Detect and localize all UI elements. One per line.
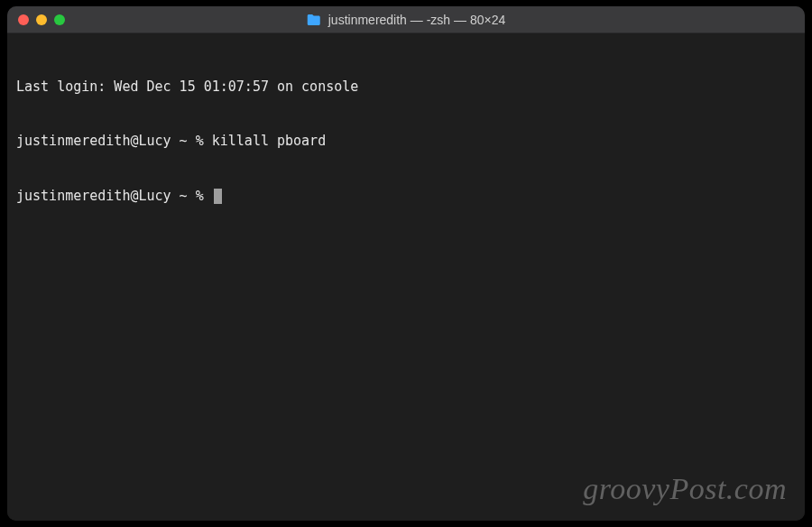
zoom-button[interactable] <box>54 14 65 25</box>
terminal-window: justinmeredith — -zsh — 80×24 Last login… <box>7 6 805 521</box>
close-button[interactable] <box>18 14 29 25</box>
terminal-prompt: justinmeredith@Lucy ~ % <box>16 187 212 205</box>
window-title-text: justinmeredith — -zsh — 80×24 <box>328 13 505 27</box>
terminal-prompt-line: justinmeredith@Lucy ~ % <box>16 187 796 205</box>
terminal-line: justinmeredith@Lucy ~ % killall pboard <box>16 132 796 150</box>
watermark: groovyPost.com <box>583 468 787 510</box>
traffic-lights <box>18 14 65 25</box>
terminal-body[interactable]: Last login: Wed Dec 15 01:07:57 on conso… <box>7 33 805 521</box>
window-title: justinmeredith — -zsh — 80×24 <box>307 13 505 27</box>
cursor-icon <box>214 189 222 204</box>
terminal-line: Last login: Wed Dec 15 01:07:57 on conso… <box>16 78 796 96</box>
folder-icon <box>307 14 321 26</box>
titlebar[interactable]: justinmeredith — -zsh — 80×24 <box>7 6 805 33</box>
minimize-button[interactable] <box>36 14 47 25</box>
